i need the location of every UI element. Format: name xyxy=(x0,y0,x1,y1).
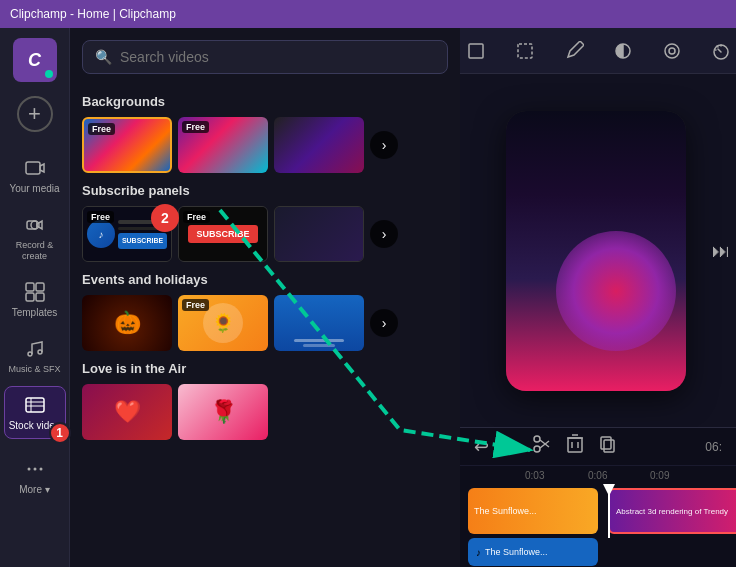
abstract-label: Abstract 3d rendering of Trendy xyxy=(610,507,734,516)
events-row: 🎃 🌻 Free › xyxy=(82,295,448,351)
subscribe-thumb-3[interactable] xyxy=(274,206,364,262)
timeline-track-area[interactable]: 0:03 0:06 0:09 The Sunflowe... Abstract … xyxy=(460,466,736,567)
search-bar: 🔍 xyxy=(70,28,460,84)
background-thumb-1[interactable]: Free xyxy=(82,117,172,173)
love-title: Love is in the Air xyxy=(82,361,448,376)
love-thumb-1[interactable]: ❤️ xyxy=(82,384,172,440)
duplicate-button[interactable] xyxy=(598,434,618,459)
svg-point-13 xyxy=(27,468,30,471)
your-media-icon xyxy=(23,156,47,180)
background-thumb-3[interactable] xyxy=(274,117,364,173)
svg-rect-16 xyxy=(469,44,483,58)
svg-point-7 xyxy=(28,352,32,356)
subscribe-next[interactable]: › xyxy=(370,220,398,248)
sidebar-item-music[interactable]: Music & SFX xyxy=(4,331,66,381)
svg-point-20 xyxy=(669,48,675,54)
timeline-controls: ↩ ↪ 06: xyxy=(460,428,736,466)
sidebar-label-record: Record &create xyxy=(16,240,54,262)
sidebar-item-your-media[interactable]: Your media xyxy=(4,150,66,201)
logo-letter: C xyxy=(28,50,41,71)
more-button[interactable]: More ▾ xyxy=(15,453,54,500)
templates-icon xyxy=(23,280,47,304)
title-bar: Clipchamp - Home | Clipchamp xyxy=(0,0,736,28)
sidebar-label-music: Music & SFX xyxy=(8,364,60,375)
tool-contrast[interactable] xyxy=(607,35,638,67)
playhead[interactable] xyxy=(608,484,610,538)
sunflower-clip[interactable]: The Sunflowe... xyxy=(468,488,598,534)
toolbar xyxy=(460,28,736,74)
music-track[interactable]: ♪ The Sunflowe... xyxy=(468,538,598,566)
svg-rect-5 xyxy=(26,293,34,301)
stock-badge: 1 xyxy=(49,422,71,444)
tool-pen[interactable] xyxy=(558,35,589,67)
svg-point-23 xyxy=(534,436,540,442)
sidebar-label-your-media: Your media xyxy=(9,183,59,195)
music-icon xyxy=(23,337,47,361)
redo-button[interactable]: ↪ xyxy=(503,436,518,458)
phone-preview xyxy=(506,111,686,391)
logo-button[interactable]: C xyxy=(13,38,57,82)
timeline-area: ↩ ↪ 06: 0:03 0:06 0:09 xyxy=(460,427,736,567)
svg-point-15 xyxy=(39,468,42,471)
svg-rect-19 xyxy=(665,44,679,58)
event-thumb-3[interactable] xyxy=(274,295,364,351)
add-button[interactable]: + xyxy=(17,96,53,132)
svg-point-8 xyxy=(38,350,42,354)
love-thumb-2[interactable]: 🌹 xyxy=(178,384,268,440)
bg1-badge: Free xyxy=(88,123,115,135)
sidebar-item-stock-video[interactable]: Stock video 1 xyxy=(4,386,66,439)
svg-rect-24 xyxy=(568,438,582,452)
svg-rect-6 xyxy=(36,293,44,301)
subscribe-panels-row: ♪ SUBSCRIBE Free xyxy=(82,206,448,262)
undo-button[interactable]: ↩ xyxy=(474,436,489,458)
cut-button[interactable] xyxy=(532,434,552,459)
event-thumb-1[interactable]: 🎃 xyxy=(82,295,172,351)
background-thumb-2[interactable]: Free xyxy=(178,117,268,173)
main-layout: C + Your media Record &create xyxy=(0,28,736,567)
tool-filter[interactable] xyxy=(656,35,687,67)
stock-content-scroll[interactable]: Backgrounds Free Free › Subscribe panels… xyxy=(70,84,460,567)
right-area: ⏭ ↩ ↪ 06: 0:03 xyxy=(460,28,736,567)
tool-crop[interactable] xyxy=(509,35,540,67)
stock-video-icon xyxy=(23,393,47,417)
subscribe-thumb-2[interactable]: SUBSCRIBE Free xyxy=(178,206,268,262)
record-icon xyxy=(23,213,47,237)
search-input-wrap[interactable]: 🔍 xyxy=(82,40,448,74)
subscribe-thumb-1[interactable]: ♪ SUBSCRIBE Free xyxy=(82,206,172,262)
search-icon: 🔍 xyxy=(95,49,112,65)
more-icon xyxy=(23,457,47,481)
svg-rect-17 xyxy=(518,44,532,58)
sp1-badge: Free xyxy=(87,211,114,223)
svg-rect-4 xyxy=(36,283,44,291)
timemark-3: 0:09 xyxy=(650,470,669,481)
svg-point-14 xyxy=(33,468,36,471)
tool-speed[interactable] xyxy=(705,35,736,67)
backgrounds-next[interactable]: › xyxy=(370,131,398,159)
backgrounds-title: Backgrounds xyxy=(82,94,448,109)
music-note-icon: ♪ xyxy=(476,547,481,558)
skip-to-end-button[interactable]: ⏭ xyxy=(712,240,730,261)
abstract-clip[interactable]: Abstract 3d rendering of Trendy xyxy=(608,488,736,534)
sidebar-label-templates: Templates xyxy=(12,307,58,319)
timemark-1: 0:03 xyxy=(525,470,544,481)
timemark-2: 0:06 xyxy=(588,470,607,481)
svg-rect-9 xyxy=(26,398,44,412)
sp2-badge: Free xyxy=(183,211,210,223)
timestamp: 06: xyxy=(705,440,722,454)
svg-rect-0 xyxy=(26,162,40,174)
bg2-badge: Free xyxy=(182,121,209,133)
search-input[interactable] xyxy=(120,49,435,65)
subscribe-panels-title: Subscribe panels xyxy=(82,183,448,198)
events-next[interactable]: › xyxy=(370,309,398,337)
preview-area: ⏭ xyxy=(460,74,736,427)
tool-square[interactable] xyxy=(460,35,491,67)
sidebar-item-record[interactable]: Record &create xyxy=(4,207,66,268)
delete-button[interactable] xyxy=(566,434,584,459)
svg-rect-27 xyxy=(604,440,614,452)
logo-dot xyxy=(45,70,53,78)
more-label: More ▾ xyxy=(19,484,50,496)
svg-rect-28 xyxy=(601,437,611,449)
events-title: Events and holidays xyxy=(82,272,448,287)
event-thumb-2[interactable]: 🌻 Free xyxy=(178,295,268,351)
sidebar-item-templates[interactable]: Templates xyxy=(4,274,66,325)
